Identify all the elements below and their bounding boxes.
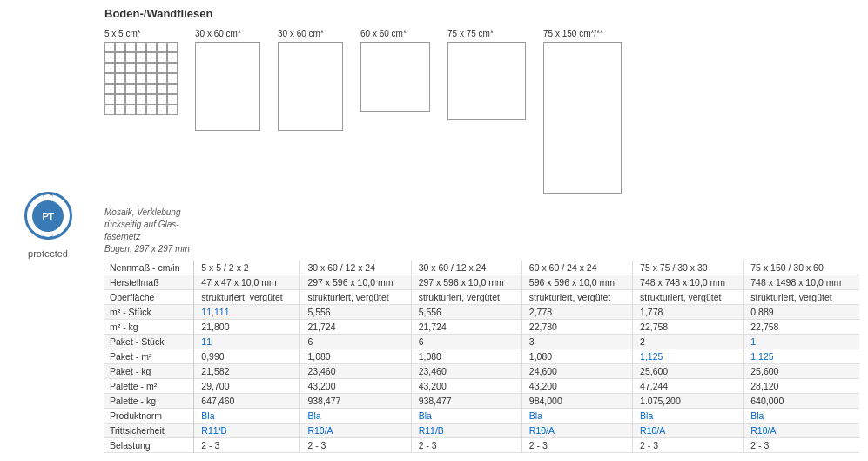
table-cell: 6 <box>411 335 521 349</box>
table-cell: 28,120 <box>744 379 859 394</box>
row-label: Paket - m² <box>104 349 194 364</box>
tile-label-2: 30 x 60 cm* <box>278 29 324 38</box>
table-cell: strukturiert, vergütet <box>744 290 859 305</box>
row-label: Palette - kg <box>104 394 194 409</box>
grid-cell <box>136 52 146 63</box>
table-cell: strukturiert, vergütet <box>411 290 521 305</box>
main-content: Boden-/Wandfliesen 5 x 5 cm* <box>96 0 868 460</box>
tile-item-2: 30 x 60 cm* <box>278 29 343 194</box>
annotation-text: Mosaik, Verklebung rückseitig auf Glas- … <box>104 207 859 255</box>
table-row: ProduktnormBlaBlaBlaBlaBlaBla <box>104 409 859 424</box>
table-cell: 1 <box>744 335 859 349</box>
table-cell: 11 <box>194 335 300 349</box>
grid-cell <box>167 73 178 84</box>
grid-tile <box>104 42 178 115</box>
grid-cell <box>115 84 125 94</box>
table-cell: 23,460 <box>300 364 411 379</box>
row-label: Produktnorm <box>104 409 194 424</box>
grid-cell <box>167 42 178 52</box>
annotation-block: Mosaik, Verklebung rückseitig auf Glas- … <box>104 207 859 255</box>
table-cell: 30 x 60 / 12 x 24 <box>411 261 521 275</box>
table-cell: 21,800 <box>194 320 300 335</box>
grid-cell <box>136 94 146 105</box>
table-cell: strukturiert, vergütet <box>300 290 411 305</box>
grid-cell <box>146 63 157 73</box>
table-cell: 1,080 <box>300 349 411 364</box>
row-label: m² - kg <box>104 320 194 335</box>
table-cell: 2 <box>633 335 744 349</box>
table-cell: 47 x 47 x 10,0 mm <box>194 275 300 290</box>
grid-cell <box>157 52 167 63</box>
grid-cell <box>104 84 115 94</box>
table-row: Palette - kg647,460938,477938,477984,000… <box>104 394 859 409</box>
logo-arc-bottom <box>43 234 53 240</box>
grid-cell <box>167 63 178 73</box>
table-cell: 2 - 3 <box>194 438 300 453</box>
grid-cell <box>125 52 136 63</box>
grid-cell <box>125 42 136 52</box>
table-cell: 75 x 75 / 30 x 30 <box>633 261 744 275</box>
table-cell: 938,477 <box>411 394 521 409</box>
table-cell: 2,778 <box>521 305 632 320</box>
table-row: Paket - Stück1166321 <box>104 335 859 349</box>
table-cell: 2 - 3 <box>300 438 411 453</box>
grid-cell <box>115 105 125 115</box>
table-row: Herstellmaß47 x 47 x 10,0 mm297 x 596 x … <box>104 275 859 290</box>
grid-cell <box>104 63 115 73</box>
table-row: Oberflächestrukturiert, vergütetstruktur… <box>104 290 859 305</box>
grid-cell <box>104 94 115 105</box>
grid-cell <box>125 84 136 94</box>
table-cell: R10/A <box>744 424 859 438</box>
table-cell: 22,758 <box>744 320 859 335</box>
table-row: Nennmaß - cm/in5 x 5 / 2 x 230 x 60 / 12… <box>104 261 859 275</box>
table-cell: Bla <box>633 409 744 424</box>
tile-label-5: 75 x 150 cm*/** <box>543 29 603 38</box>
grid-cell <box>167 94 178 105</box>
grid-cell <box>146 105 157 115</box>
table-cell: 297 x 596 x 10,0 mm <box>411 275 521 290</box>
grid-cell <box>104 52 115 63</box>
row-label: Belastung <box>104 438 194 453</box>
tile-item-0: 5 x 5 cm* <box>104 29 178 194</box>
table-cell: 1,125 <box>744 349 859 364</box>
logo-arc-top <box>43 192 53 197</box>
table-cell: R10/A <box>300 424 411 438</box>
table-cell: 43,200 <box>521 379 632 394</box>
tile-label-1: 30 x 60 cm* <box>195 29 241 38</box>
table-cell: 2 - 3 <box>411 438 521 453</box>
logo-text: PT <box>42 211 53 221</box>
table-cell: 984,000 <box>521 394 632 409</box>
table-row: TrittsicherheitR11/BR10/AR11/BR10/AR10/A… <box>104 424 859 438</box>
table-cell: Bla <box>300 409 411 424</box>
logo-inner: PT <box>32 200 64 232</box>
grid-cell <box>125 73 136 84</box>
tile-label-0: 5 x 5 cm* <box>104 29 141 38</box>
grid-cell <box>146 94 157 105</box>
tile-item-3: 60 x 60 cm* <box>360 29 430 194</box>
grid-cell <box>167 105 178 115</box>
table-cell: R10/A <box>633 424 744 438</box>
grid-cell <box>146 73 157 84</box>
grid-cell <box>157 84 167 94</box>
grid-cell <box>167 84 178 94</box>
grid-cell <box>115 52 125 63</box>
table-row: Belastung2 - 32 - 32 - 32 - 32 - 32 - 3 <box>104 438 859 453</box>
table-cell: 1,080 <box>521 349 632 364</box>
grid-cell <box>136 73 146 84</box>
table-cell: 748 x 748 x 10,0 mm <box>633 275 744 290</box>
table-cell: 21,724 <box>411 320 521 335</box>
grid-cell <box>125 94 136 105</box>
table-cell: Bla <box>411 409 521 424</box>
table-cell: 21,582 <box>194 364 300 379</box>
grid-cell <box>157 105 167 115</box>
table-cell: 1,080 <box>411 349 521 364</box>
tile-box-1 <box>195 42 260 131</box>
row-label: Nennmaß - cm/in <box>104 261 194 275</box>
grid-cell <box>125 63 136 73</box>
grid-cell <box>104 105 115 115</box>
grid-cell <box>157 42 167 52</box>
table-cell: 0,889 <box>744 305 859 320</box>
table-cell: 2 - 3 <box>633 438 744 453</box>
sidebar: PT protected <box>0 0 96 460</box>
row-label: Herstellmaß <box>104 275 194 290</box>
